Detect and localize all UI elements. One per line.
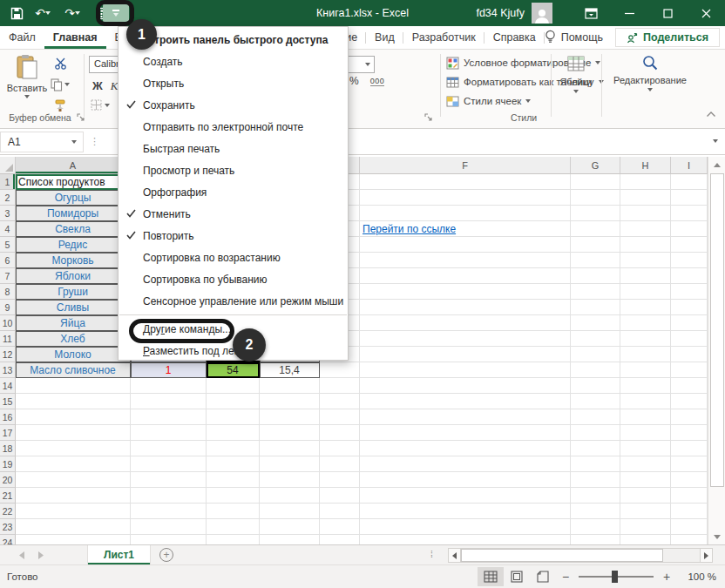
menu-item-сохранить[interactable]: Сохранить	[119, 94, 348, 116]
cell-A11[interactable]: Хлеб	[16, 331, 131, 347]
cell-I21[interactable]	[671, 488, 708, 504]
menu-item-открыть[interactable]: Открыть	[119, 72, 348, 94]
row-header-23[interactable]: 23	[0, 519, 16, 535]
select-all-corner[interactable]	[0, 157, 16, 174]
cell-D18[interactable]	[260, 441, 320, 456]
cell-C22[interactable]	[207, 504, 260, 519]
clipboard-dialog-launcher-icon[interactable]	[77, 113, 85, 122]
sheet-tab-list1[interactable]: Лист1	[87, 545, 151, 564]
cell-H11[interactable]	[620, 331, 671, 347]
cell-F21[interactable]	[360, 488, 571, 504]
cell-G22[interactable]	[571, 504, 620, 519]
maximize-button[interactable]	[648, 0, 687, 26]
cell-C20[interactable]	[207, 472, 260, 488]
cell-D24[interactable]	[260, 535, 320, 544]
next-sheet-icon[interactable]	[31, 545, 51, 564]
cell-D19[interactable]	[260, 456, 320, 472]
cell-A6[interactable]: Морковь	[16, 253, 131, 268]
cell-D23[interactable]	[260, 519, 320, 535]
cell-F13[interactable]	[360, 362, 571, 378]
cell-styles-button[interactable]: Стили ячеек	[446, 91, 604, 111]
zoom-in-button[interactable]: +	[657, 570, 676, 584]
row-header-4[interactable]: 4	[0, 221, 16, 237]
column-header-F[interactable]: F	[360, 157, 571, 174]
cell-I3[interactable]	[671, 206, 708, 221]
tab-help[interactable]: Справка	[484, 26, 545, 49]
cell-G21[interactable]	[571, 488, 620, 504]
cell-G2[interactable]	[571, 190, 620, 206]
cell-H10[interactable]	[620, 315, 671, 331]
cell-D15[interactable]	[260, 394, 320, 409]
tab-file[interactable]: Файл	[0, 26, 44, 49]
formula-bar-splitter[interactable]: ⋮	[90, 136, 99, 147]
cell-C23[interactable]	[207, 519, 260, 535]
cell-I16[interactable]	[671, 409, 708, 425]
cell-I20[interactable]	[671, 472, 708, 488]
cell-E22[interactable]	[320, 504, 360, 519]
cell-B14[interactable]	[131, 378, 207, 394]
number-dialog-launcher-icon[interactable]	[424, 113, 433, 122]
cell-H23[interactable]	[620, 519, 671, 535]
zoom-slider-thumb[interactable]	[612, 571, 618, 583]
vertical-scroll-thumb[interactable]	[710, 173, 724, 487]
menu-item-сенсорное-управление-или-режим-мыши[interactable]: Сенсорное управление или режим мыши	[119, 290, 348, 312]
cell-I24[interactable]	[671, 535, 708, 544]
cell-E17[interactable]	[320, 425, 360, 441]
cell-I13[interactable]	[671, 362, 708, 378]
row-header-8[interactable]: 8	[0, 284, 16, 300]
cell-I11[interactable]	[671, 331, 708, 347]
cell-H13[interactable]	[620, 362, 671, 378]
menu-item-сортировка-по-убыванию[interactable]: Сортировка по убыванию	[119, 268, 348, 290]
row-header-16[interactable]: 16	[0, 409, 16, 425]
cell-G12[interactable]	[571, 347, 620, 362]
collapse-ribbon-icon[interactable]	[706, 111, 716, 118]
cell-A15[interactable]	[16, 394, 131, 409]
cell-H20[interactable]	[620, 472, 671, 488]
cell-G18[interactable]	[571, 441, 620, 456]
share-button[interactable]: Поделиться	[615, 28, 720, 47]
page-layout-view-button[interactable]	[504, 567, 530, 586]
redo-button[interactable]: ↷	[58, 2, 87, 24]
cell-H3[interactable]	[620, 206, 671, 221]
account-name[interactable]: fd34 Kjufy	[476, 7, 525, 19]
name-box[interactable]: A1	[0, 132, 84, 152]
menu-item-отправить-по-электронной-почте[interactable]: Отправить по электронной почте	[119, 116, 348, 138]
cell-H24[interactable]	[620, 535, 671, 544]
cell-F16[interactable]	[360, 409, 571, 425]
cell-F3[interactable]	[360, 206, 571, 221]
row-header-12[interactable]: 12	[0, 347, 16, 362]
cell-I19[interactable]	[671, 456, 708, 472]
zoom-level[interactable]: 100 %	[676, 571, 716, 582]
zoom-slider[interactable]	[579, 576, 654, 578]
borders-button[interactable]	[91, 99, 110, 111]
close-button[interactable]	[687, 0, 725, 26]
cell-G23[interactable]	[571, 519, 620, 535]
cell-G17[interactable]	[571, 425, 620, 441]
row-header-13[interactable]: 13	[0, 362, 16, 378]
cell-F22[interactable]	[360, 504, 571, 519]
cell-A19[interactable]	[16, 456, 131, 472]
row-header-14[interactable]: 14	[0, 378, 16, 394]
cell-I17[interactable]	[671, 425, 708, 441]
row-header-1[interactable]: 1	[0, 174, 16, 190]
cell-I9[interactable]	[671, 300, 708, 315]
row-header-15[interactable]: 15	[0, 394, 16, 409]
cell-G15[interactable]	[571, 394, 620, 409]
tab-view[interactable]: Вид	[366, 26, 403, 49]
normal-view-button[interactable]	[478, 567, 504, 586]
prev-sheet-icon[interactable]	[12, 545, 31, 564]
cell-A13[interactable]: Масло сливочное	[16, 362, 131, 378]
column-header-I[interactable]: I	[671, 157, 708, 174]
cell-I6[interactable]	[671, 253, 708, 268]
cell-A2[interactable]: Огурцы	[16, 190, 131, 206]
cell-A10[interactable]: Яйца	[16, 315, 131, 331]
cell-I23[interactable]	[671, 519, 708, 535]
cell-G5[interactable]	[571, 237, 620, 253]
vertical-scrollbar[interactable]	[708, 157, 725, 544]
cell-B22[interactable]	[131, 504, 207, 519]
row-header-18[interactable]: 18	[0, 441, 16, 456]
cell-B23[interactable]	[131, 519, 207, 535]
cell-G9[interactable]	[571, 300, 620, 315]
cell-E14[interactable]	[320, 378, 360, 394]
cell-G7[interactable]	[571, 268, 620, 284]
